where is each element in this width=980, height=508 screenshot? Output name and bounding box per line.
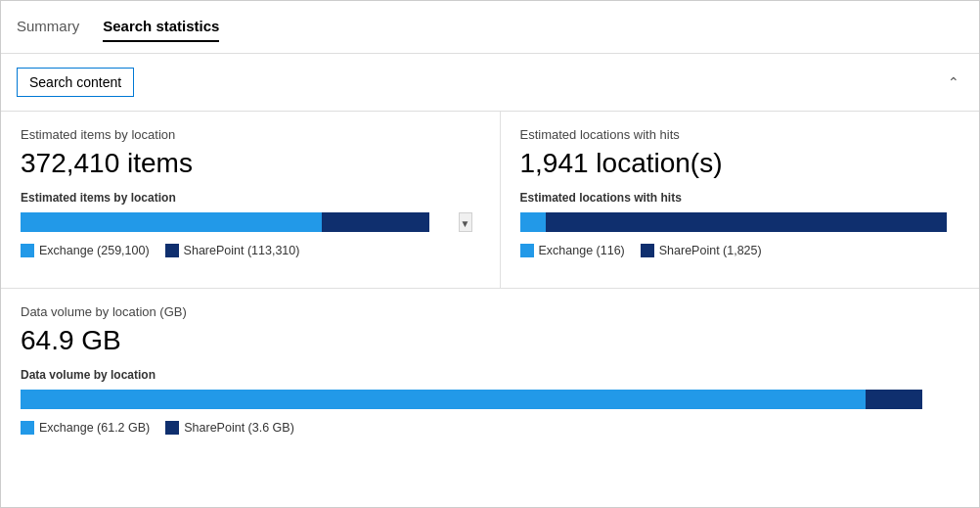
- legend-exchange-label: Exchange (259,100): [39, 244, 150, 257]
- items-bar: [21, 212, 451, 232]
- volume-value: 64.9 GB: [21, 325, 959, 356]
- locations-bar-label: Estimated locations with hits: [520, 191, 960, 205]
- volume-bar-sharepoint: [866, 390, 922, 409]
- locations-bar: [520, 212, 960, 232]
- tab-summary[interactable]: Summary: [17, 18, 79, 42]
- chevron-up-icon[interactable]: ⌃: [948, 74, 959, 90]
- items-by-location-col: Estimated items by location 372,410 item…: [1, 112, 501, 288]
- legend-vol-exchange-color: [21, 421, 34, 435]
- legend-sharepoint-label: SharePoint (113,310): [184, 244, 300, 257]
- scrollbar-track[interactable]: ▼: [459, 212, 472, 232]
- volume-legend: Exchange (61.2 GB) SharePoint (3.6 GB): [21, 421, 959, 435]
- volume-label: Data volume by location (GB): [21, 304, 959, 319]
- legend-vol-sharepoint: SharePoint (3.6 GB): [165, 421, 294, 435]
- volume-bar: [21, 390, 959, 409]
- volume-bar-label: Data volume by location: [21, 368, 959, 382]
- locations-bar-exchange: [520, 212, 547, 232]
- legend-sharepoint-color: [165, 244, 179, 257]
- legend-exchange-color: [21, 244, 34, 257]
- legend-loc-sharepoint-label: SharePoint (1,825): [659, 244, 762, 257]
- legend-loc-sharepoint: SharePoint (1,825): [641, 244, 762, 257]
- items-bar-label: Estimated items by location: [21, 191, 461, 205]
- legend-loc-exchange: Exchange (116): [520, 244, 625, 257]
- legend-vol-sharepoint-color: [165, 421, 179, 435]
- locations-label: Estimated locations with hits: [520, 127, 960, 142]
- main-container: Summary Search statistics Search content…: [0, 0, 980, 508]
- legend-loc-exchange-color: [520, 244, 534, 257]
- legend-loc-exchange-label: Exchange (116): [539, 244, 625, 257]
- tab-bar: Summary Search statistics: [1, 1, 979, 54]
- volume-bar-exchange: [21, 390, 866, 409]
- items-legend: Exchange (259,100) SharePoint (113,310): [21, 244, 461, 257]
- stats-area: Estimated items by location 372,410 item…: [1, 112, 979, 507]
- legend-vol-exchange-label: Exchange (61.2 GB): [39, 421, 150, 435]
- content-area: Search content ⌃ Estimated items by loca…: [1, 54, 979, 507]
- items-bar-sharepoint: [322, 212, 429, 232]
- legend-sharepoint: SharePoint (113,310): [165, 244, 300, 257]
- search-content-header: Search content ⌃: [1, 54, 979, 112]
- top-stats-row: Estimated items by location 372,410 item…: [1, 112, 979, 289]
- scroll-down-arrow[interactable]: ▼: [461, 217, 470, 231]
- items-label: Estimated items by location: [21, 127, 461, 142]
- legend-vol-sharepoint-label: SharePoint (3.6 GB): [184, 421, 294, 435]
- locations-legend: Exchange (116) SharePoint (1,825): [520, 244, 960, 257]
- volume-bar-wrap: [21, 390, 959, 409]
- locations-value: 1,941 location(s): [520, 148, 960, 179]
- items-value: 372,410 items: [21, 148, 461, 179]
- items-bar-exchange: [21, 212, 322, 232]
- legend-vol-exchange: Exchange (61.2 GB): [21, 421, 150, 435]
- bottom-stats-row: Data volume by location (GB) 64.9 GB Dat…: [1, 289, 979, 507]
- tab-search-statistics[interactable]: Search statistics: [103, 18, 219, 42]
- legend-exchange: Exchange (259,100): [21, 244, 150, 257]
- search-content-button[interactable]: Search content: [17, 68, 134, 97]
- locations-with-hits-col: Estimated locations with hits 1,941 loca…: [501, 112, 980, 288]
- legend-loc-sharepoint-color: [641, 244, 654, 257]
- locations-bar-sharepoint: [546, 212, 946, 232]
